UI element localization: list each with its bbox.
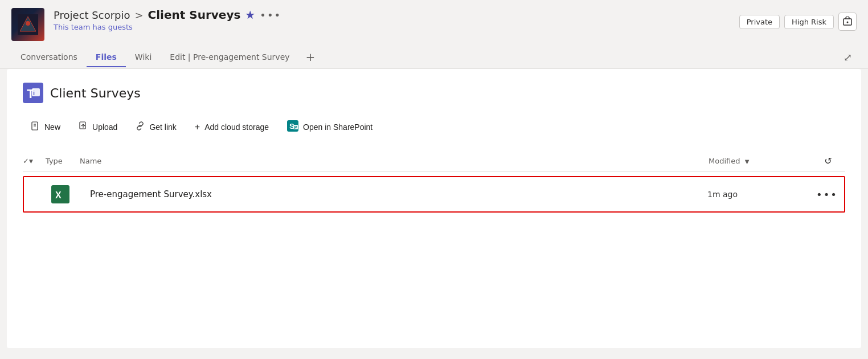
content-header: T i Client Surveys — [23, 83, 845, 103]
main-content: T i Client Surveys New — [7, 69, 861, 348]
breadcrumb-separator: > — [134, 9, 143, 21]
get-link-button[interactable]: Get link — [128, 118, 184, 136]
modified-column-header[interactable]: Modified ▼ — [709, 157, 811, 165]
open-sharepoint-button[interactable]: S P Open in SharePoint — [279, 117, 380, 137]
sharepoint-label: Open in SharePoint — [303, 123, 372, 132]
sort-indicator: ▼ — [745, 158, 750, 165]
sharepoint-icon: S P — [287, 120, 298, 134]
upload-button[interactable]: Upload — [71, 118, 125, 136]
actions-column-header: ↺ — [811, 156, 845, 166]
file-name[interactable]: Pre-engagement Survey.xlsx — [81, 189, 707, 199]
private-badge[interactable]: Private — [739, 15, 780, 29]
svg-point-4 — [847, 22, 849, 23]
tab-edit-survey[interactable]: Edit | Pre-engagement Survey — [161, 48, 298, 67]
name-column-header: Name — [80, 157, 709, 165]
link-icon — [136, 121, 145, 133]
svg-point-2 — [26, 21, 30, 26]
file-type-icon: X — [47, 185, 81, 203]
files-toolbar: New Upload Get link + Ad — [23, 117, 845, 137]
breadcrumb: Project Scorpio > Client Surveys ★ ••• — [54, 8, 281, 22]
teams-logo-icon: T i — [23, 83, 43, 103]
file-more-options[interactable]: ••• — [810, 189, 844, 201]
more-options-icon[interactable]: ••• — [260, 9, 281, 21]
get-link-label: Get link — [149, 123, 176, 132]
header-right: Private High Risk — [739, 8, 857, 31]
file-modified: 1m ago — [707, 190, 810, 199]
sensitivity-icon[interactable] — [838, 13, 857, 31]
content-title: Client Surveys — [50, 86, 141, 100]
tab-files[interactable]: Files — [87, 48, 126, 67]
header-info: Project Scorpio > Client Surveys ★ ••• T… — [54, 8, 281, 31]
new-button[interactable]: New — [23, 118, 68, 136]
tab-bar: Conversations Files Wiki Edit | Pre-enga… — [0, 41, 868, 69]
upload-icon — [79, 121, 88, 133]
check-column-header: ✓ ▼ — [23, 157, 46, 165]
add-tab-button[interactable]: + — [299, 46, 322, 68]
svg-text:P: P — [294, 125, 298, 130]
project-name[interactable]: Project Scorpio — [54, 9, 130, 21]
expand-icon[interactable]: ⤢ — [839, 49, 857, 66]
app-header: Project Scorpio > Client Surveys ★ ••• T… — [0, 0, 868, 41]
add-cloud-label: Add cloud storage — [204, 123, 269, 132]
tab-conversations[interactable]: Conversations — [11, 48, 87, 67]
new-label: New — [44, 123, 60, 132]
type-column-header: Type — [46, 157, 80, 165]
refresh-icon[interactable]: ↺ — [824, 156, 832, 166]
svg-text:i: i — [33, 89, 35, 96]
cloud-icon: + — [195, 122, 200, 132]
risk-badge[interactable]: High Risk — [784, 15, 834, 29]
new-icon — [31, 121, 40, 133]
header-left: Project Scorpio > Client Surveys ★ ••• T… — [11, 8, 281, 41]
svg-text:X: X — [55, 190, 62, 200]
tab-wiki[interactable]: Wiki — [126, 48, 161, 67]
file-list-header: ✓ ▼ Type Name Modified ▼ ↺ — [23, 151, 845, 172]
favorite-icon[interactable]: ★ — [245, 8, 255, 22]
guests-label: This team has guests — [54, 23, 281, 31]
excel-icon: X — [51, 185, 69, 203]
channel-name: Client Surveys — [148, 8, 241, 22]
team-avatar — [11, 8, 44, 41]
upload-label: Upload — [92, 123, 117, 132]
add-cloud-button[interactable]: + Add cloud storage — [187, 119, 277, 136]
table-row[interactable]: X Pre-engagement Survey.xlsx 1m ago ••• — [23, 176, 845, 213]
